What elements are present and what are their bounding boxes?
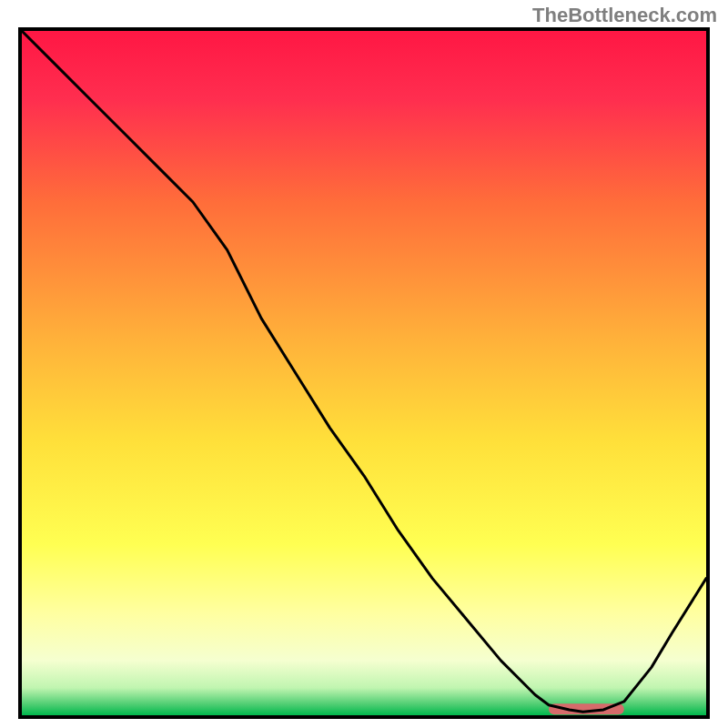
chart-plot	[18, 27, 710, 719]
watermark-text: TheBottleneck.com	[532, 4, 717, 27]
chart-container: TheBottleneck.com	[0, 0, 728, 728]
